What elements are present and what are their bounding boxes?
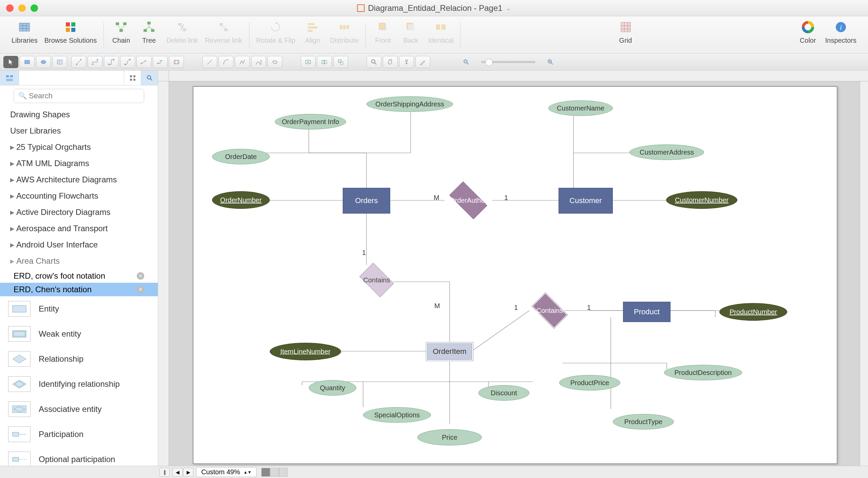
bezier-tool[interactable] <box>267 56 282 68</box>
category-item[interactable]: ▶ATM UML Diagrams <box>0 155 158 172</box>
pencil-tool[interactable] <box>415 56 430 68</box>
ellipse-tool[interactable] <box>36 56 51 68</box>
category-item[interactable]: ▶25 Typical Orgcharts <box>0 139 158 155</box>
fullscreen-window-icon[interactable] <box>31 4 38 12</box>
zoom-out-button[interactable] <box>459 56 474 68</box>
attr-itemlinenumber-key[interactable]: ItemLineNumber <box>270 343 341 360</box>
rel-orderauthor[interactable]: OrderAuthor <box>445 187 492 214</box>
pointer-tool[interactable] <box>3 56 18 68</box>
lib-tab-crows-foot[interactable]: ERD, crow's foot notation✕ <box>0 269 158 283</box>
libraries-button[interactable]: Libraries <box>12 20 38 53</box>
minimize-window-icon[interactable] <box>18 4 26 12</box>
category-item[interactable]: Drawing Shapes <box>0 106 158 123</box>
attr-orderpayment[interactable]: OrderPayment Info <box>275 114 346 130</box>
shape-weak-entity[interactable]: Weak entity <box>0 321 158 346</box>
entity-orderitem[interactable]: OrderItem <box>426 342 473 361</box>
text-tool[interactable] <box>52 56 67 68</box>
category-item[interactable]: ▶Area Charts <box>0 253 158 269</box>
inspectors-button[interactable]: iInspectors <box>825 20 856 53</box>
vertical-scrollbar[interactable] <box>860 81 868 466</box>
curve-tool[interactable] <box>219 56 233 68</box>
entity-customer[interactable]: Customer <box>559 188 613 214</box>
shape-associative-entity[interactable]: Associative entity <box>0 397 158 422</box>
entity-orders[interactable]: Orders <box>343 188 390 214</box>
close-tab-icon[interactable]: ✕ <box>137 286 144 293</box>
chain-button[interactable]: Chain <box>111 20 132 53</box>
shape-identifying-relationship[interactable]: Identifying relationship <box>0 372 158 397</box>
libraries-icon <box>17 20 32 35</box>
line-tool[interactable] <box>202 56 217 68</box>
library-search-input[interactable] <box>14 89 144 103</box>
zoom-selector[interactable]: Custom 49%▲▼ <box>196 467 257 477</box>
attr-orderdate[interactable]: OrderDate <box>212 149 270 164</box>
connector-2[interactable] <box>88 56 102 68</box>
diagram-page[interactable]: OrderDate OrderPayment Info OrderShippin… <box>193 86 837 464</box>
connector-6[interactable] <box>153 56 168 68</box>
page-prev-button[interactable]: ◀ <box>172 468 183 477</box>
connector-1[interactable] <box>71 56 86 68</box>
svg-rect-8 <box>71 28 75 32</box>
lib-tab-chen[interactable]: ERD, Chen's notation✕ <box>0 283 158 296</box>
zoom-in-button[interactable] <box>543 56 558 68</box>
shape-entity[interactable]: Entity <box>0 296 158 321</box>
page-tab-1[interactable] <box>261 468 270 477</box>
attr-quantity[interactable]: Quantity <box>309 380 356 396</box>
category-item[interactable]: User Libraries <box>0 123 158 139</box>
page-tab-add2[interactable] <box>279 468 288 477</box>
zoom-slider[interactable] <box>481 61 535 63</box>
connector-7[interactable] <box>169 56 184 68</box>
connector-4[interactable] <box>120 56 135 68</box>
connector-5[interactable] <box>136 56 151 68</box>
attr-specialoptions[interactable]: SpecialOptions <box>363 407 431 423</box>
shape-participation[interactable]: Participation <box>0 422 158 447</box>
spline-tool[interactable] <box>251 56 266 68</box>
attr-discount[interactable]: Discount <box>478 385 529 401</box>
ruler-vertical[interactable] <box>158 81 169 466</box>
svg-rect-65 <box>322 60 325 64</box>
rel-contains-1[interactable]: Contains <box>356 266 397 294</box>
connector-3[interactable] <box>104 56 119 68</box>
chevron-down-icon[interactable]: ⌄ <box>506 4 511 12</box>
rect-tool[interactable] <box>20 56 35 68</box>
snap-1[interactable] <box>301 56 316 68</box>
tree-button[interactable]: Tree <box>138 20 159 53</box>
attr-productdescription[interactable]: ProductDescription <box>664 365 742 380</box>
pane-handle[interactable]: ‖ <box>159 468 170 477</box>
polyline-tool[interactable] <box>235 56 250 68</box>
close-window-icon[interactable] <box>6 4 14 12</box>
library-view-toggle[interactable] <box>0 71 19 85</box>
category-item[interactable]: ▶Aerospace and Transport <box>0 220 158 237</box>
category-item[interactable]: ▶Accounting Flowcharts <box>0 188 158 204</box>
shape-optional-participation[interactable]: Optional participation <box>0 447 158 466</box>
rel-contains-2[interactable]: Contains <box>528 297 572 324</box>
entity-product[interactable]: Product <box>623 302 671 322</box>
attr-ordershipping[interactable]: OrderShippingAddress <box>366 96 453 112</box>
eyedropper-tool[interactable] <box>399 56 414 68</box>
attr-customername[interactable]: CustomerName <box>548 100 613 116</box>
page-next-button[interactable]: ▶ <box>183 468 193 477</box>
canvas-scroll[interactable]: OrderDate OrderPayment Info OrderShippin… <box>169 81 868 466</box>
page-tab-add[interactable] <box>270 468 279 477</box>
attr-producttype[interactable]: ProductType <box>613 414 674 430</box>
color-button[interactable]: Color <box>797 20 818 53</box>
attr-productprice[interactable]: ProductPrice <box>559 375 620 391</box>
close-tab-icon[interactable]: ✕ <box>137 272 144 280</box>
attr-ordernumber-key[interactable]: OrderNumber <box>212 191 270 209</box>
shape-relationship[interactable]: Relationship <box>0 346 158 372</box>
attr-price[interactable]: Price <box>417 429 482 445</box>
grid-view-icon[interactable] <box>124 71 141 85</box>
browse-solutions-button[interactable]: Browse Solutions <box>44 20 97 53</box>
category-item[interactable]: ▶AWS Architecture Diagrams <box>0 172 158 188</box>
grid-button[interactable]: Grid <box>615 20 636 53</box>
category-item[interactable]: ▶Android User Interface <box>0 237 158 253</box>
category-item[interactable]: ▶Active Directory Diagrams <box>0 204 158 220</box>
attr-productnumber-key[interactable]: ProductNumber <box>719 303 787 321</box>
attr-customeraddress[interactable]: CustomerAddress <box>629 144 704 160</box>
snap-3[interactable] <box>333 56 348 68</box>
pan-tool[interactable] <box>383 56 398 68</box>
ruler-horizontal[interactable] <box>169 71 868 81</box>
attr-customernumber-key[interactable]: CustomerNumber <box>666 191 737 209</box>
search-view-icon[interactable] <box>141 71 158 85</box>
zoom-tool[interactable] <box>366 56 381 68</box>
snap-2[interactable] <box>317 56 332 68</box>
